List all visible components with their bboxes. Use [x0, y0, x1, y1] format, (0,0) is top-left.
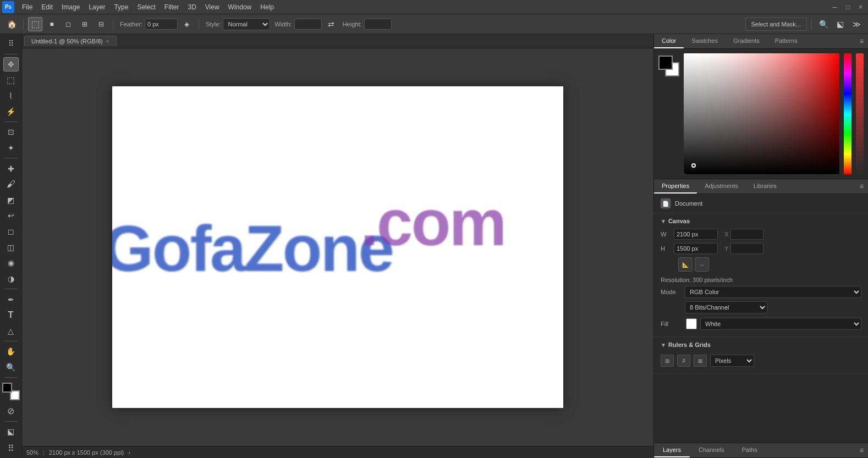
canvas-x-input[interactable] — [730, 229, 763, 240]
canvas[interactable]: GofaZone .com — [112, 86, 563, 408]
status-arrow[interactable]: › — [128, 449, 130, 456]
tool-sep2 — [4, 122, 18, 122]
extra-tools-btn[interactable]: ⠿ — [3, 441, 19, 456]
canvas-width-input[interactable] — [674, 229, 718, 240]
menu-help[interactable]: Help — [256, 0, 278, 14]
menu-edit[interactable]: Edit — [37, 0, 57, 14]
w-label: W — [661, 231, 672, 238]
blur-tool[interactable]: ◉ — [3, 256, 19, 271]
color-hue-bar[interactable] — [844, 53, 851, 174]
rulers-section-header[interactable]: ▼ Rulers & Grids — [661, 341, 861, 348]
marquee-tool-btn[interactable]: ⬚ — [28, 17, 42, 31]
search-btn[interactable]: 🔍 — [816, 17, 831, 31]
menu-select[interactable]: Select — [133, 0, 160, 14]
eyedropper-tool[interactable]: ✦ — [3, 141, 19, 156]
screen-mode-btn[interactable]: ⬕ — [3, 424, 19, 439]
fg-color-box[interactable] — [658, 56, 673, 70]
minimize-btn[interactable]: ─ — [829, 3, 840, 11]
feather-icon[interactable]: ◈ — [180, 17, 194, 31]
move-tool[interactable]: ✥ — [3, 57, 19, 72]
home-btn[interactable]: 🏠 — [4, 17, 19, 31]
mode-select[interactable]: RGB Color CMYK Color Grayscale — [685, 286, 861, 298]
workspace-btn[interactable]: ⬕ — [833, 17, 847, 31]
color-panel-menu[interactable]: ≡ — [855, 34, 868, 48]
text-tool[interactable]: T — [3, 308, 19, 323]
fill-color-box[interactable] — [686, 318, 697, 329]
gradient-tool[interactable]: ◫ — [3, 240, 19, 255]
fg-bg-color-picker[interactable] — [2, 383, 20, 400]
shape-tool[interactable]: △ — [3, 323, 19, 338]
marquee-option3[interactable]: ⊞ — [78, 17, 92, 31]
width-input[interactable] — [294, 19, 322, 30]
eraser-tool[interactable]: ◻ — [3, 224, 19, 239]
more-options-btn[interactable]: ≫ — [849, 17, 864, 31]
zoom-tool[interactable]: 🔍 — [3, 360, 19, 375]
marquee-option2[interactable]: ◻ — [61, 17, 75, 31]
canvas-section-header[interactable]: ▼ Canvas — [661, 218, 861, 224]
marquee-tool[interactable]: ⬚ — [3, 73, 19, 87]
close-btn-window[interactable]: × — [855, 3, 866, 11]
canvas-hchain-row: H Y — [661, 243, 861, 254]
menu-window[interactable]: Window — [224, 0, 256, 14]
canvas-y-input[interactable] — [730, 243, 763, 254]
menu-3d[interactable]: 3D — [183, 0, 200, 14]
crop-tool[interactable]: ⊡ — [3, 125, 19, 140]
ruler-icon3[interactable]: ⊠ — [694, 355, 707, 367]
swap-wh-btn[interactable]: ⇄ — [324, 17, 338, 31]
rulers-unit-select[interactable]: Pixels Inches Centimeters — [710, 355, 754, 367]
bit-depth-select[interactable]: 8 Bits/Channel 16 Bits/Channel 32 Bits/C… — [685, 301, 767, 313]
canvas-btn2[interactable]: ↔ — [695, 257, 709, 272]
ruler-icon1[interactable]: ⊞ — [661, 355, 674, 367]
height-input[interactable] — [364, 19, 392, 30]
properties-tab[interactable]: Properties — [654, 179, 697, 194]
channels-tab[interactable]: Channels — [690, 443, 733, 457]
pen-tool[interactable]: ✒ — [3, 292, 19, 307]
paths-tab[interactable]: Paths — [733, 443, 766, 457]
clone-tool[interactable]: ◩ — [3, 192, 19, 207]
maximize-btn[interactable]: □ — [843, 3, 853, 11]
document-tab[interactable]: Untitled-1 @ 50% (RGB/8) × — [24, 36, 117, 46]
select-mask-btn[interactable]: Select and Mask... — [745, 18, 807, 31]
prop-panel-menu[interactable]: ≡ — [855, 179, 868, 194]
fg-color[interactable] — [2, 383, 12, 393]
menu-type[interactable]: Type — [109, 0, 133, 14]
healing-tool[interactable]: ✚ — [3, 161, 19, 176]
brush-tool[interactable]: 🖌 — [3, 177, 19, 192]
menu-view[interactable]: View — [201, 0, 224, 14]
bottom-panel-menu[interactable]: ≡ — [855, 443, 868, 457]
ruler-icon2[interactable]: # — [677, 355, 690, 367]
style-select[interactable]: Normal Fixed Ratio Fixed Size — [223, 18, 270, 30]
fill-select[interactable]: White Black Transparent — [700, 318, 861, 330]
history-brush[interactable]: ↩ — [3, 208, 19, 223]
layers-tab[interactable]: Layers — [654, 443, 690, 457]
color-tab[interactable]: Color — [654, 34, 684, 48]
menu-layer[interactable]: Layer — [84, 0, 109, 14]
fg-bg-color-boxes[interactable] — [658, 56, 679, 76]
menu-filter[interactable]: Filter — [160, 0, 184, 14]
patterns-tab[interactable]: Patterns — [767, 34, 805, 48]
dodge-tool[interactable]: ◑ — [3, 272, 19, 286]
swatches-tab[interactable]: Swatches — [684, 34, 726, 48]
bit-depth-row: 8 Bits/Channel 16 Bits/Channel 32 Bits/C… — [685, 301, 861, 313]
menu-image[interactable]: Image — [57, 0, 84, 14]
mode-label: Mode — [661, 289, 683, 295]
canvas-height-input[interactable] — [674, 243, 718, 254]
quick-mask-btn[interactable]: ⊘ — [3, 404, 19, 418]
libraries-tab[interactable]: Libraries — [746, 179, 784, 194]
color-gradient[interactable] — [684, 53, 839, 174]
canvas-btn1[interactable]: 📐 — [678, 257, 693, 272]
tool-sep5 — [4, 341, 18, 341]
tools-panel: ⠿ ✥ ⬚ ⌇ ⚡ ⊡ ✦ ✚ 🖌 ◩ ↩ ◻ ◫ ◉ ◑ ✒ T △ ✋ 🔍 … — [0, 34, 22, 458]
hand-tool[interactable]: ✋ — [3, 344, 19, 359]
more-tools-btn[interactable]: ⠿ — [3, 36, 19, 51]
lasso-tool[interactable]: ⌇ — [3, 89, 19, 103]
marquee-option1[interactable]: ■ — [45, 17, 59, 31]
tab-close-btn[interactable]: × — [106, 38, 109, 45]
color-alpha-bar[interactable] — [856, 53, 864, 174]
feather-input[interactable] — [145, 19, 178, 30]
gradients-tab[interactable]: Gradients — [726, 34, 767, 48]
magic-wand-tool[interactable]: ⚡ — [3, 104, 19, 119]
marquee-option4[interactable]: ⊟ — [94, 17, 108, 31]
adjustments-tab[interactable]: Adjustments — [697, 179, 746, 194]
menu-file[interactable]: File — [18, 0, 37, 14]
